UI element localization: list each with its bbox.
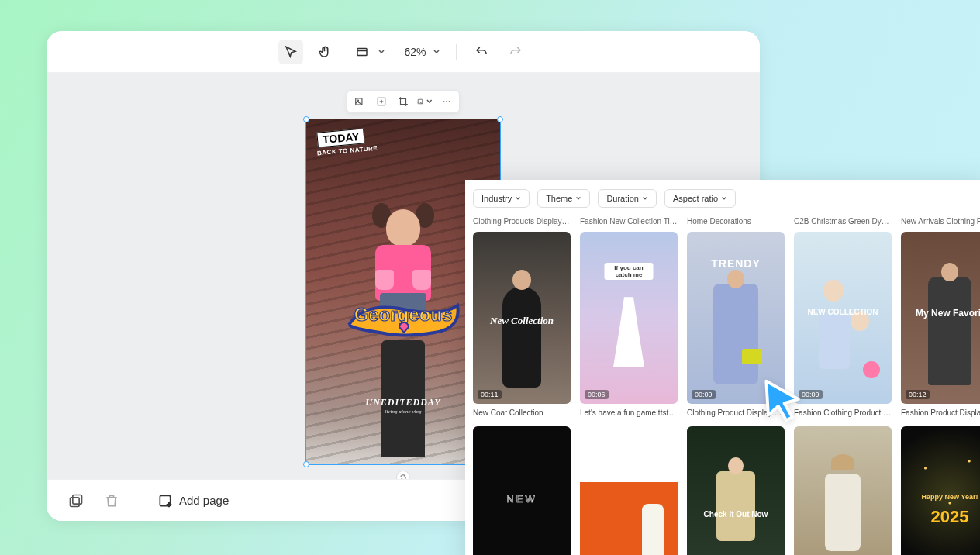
svg-text:Georgeous: Georgeous <box>354 304 453 325</box>
template-overlay-text: If you can catch me <box>605 263 654 280</box>
template-overlay-text: 2025 <box>901 507 980 527</box>
template-thumbnail[interactable]: NEW <box>473 426 571 555</box>
template-grid-row1: Clothing Products Display Beati...New Co… <box>465 217 980 426</box>
template-item[interactable]: New Arrivals Clothing Produ...My New Fav… <box>901 217 980 426</box>
template-item[interactable]: NEW <box>473 426 571 555</box>
template-overlay-text: CHECK IT OUT NOW <box>580 454 678 462</box>
caption-text: UNEDITEDDAY living alone vlog <box>365 397 440 415</box>
crop-icon[interactable] <box>395 94 411 109</box>
pages-icon[interactable] <box>65 490 87 512</box>
divider <box>140 493 140 508</box>
template-duration: 00:09 <box>692 390 716 399</box>
svg-point-9 <box>446 101 447 102</box>
chevron-down-icon[interactable] <box>378 48 385 56</box>
template-thumbnail[interactable]: My New Favorit00:12 <box>901 232 980 404</box>
gorgeous-sticker: Georgeous <box>341 290 465 347</box>
template-thumbnail[interactable] <box>794 426 892 555</box>
template-thumbnail[interactable]: TRENDY00:09 <box>687 232 785 404</box>
svg-rect-12 <box>73 495 82 504</box>
template-category: C2B Christmas Green Dynamic ... <box>794 217 892 227</box>
template-name: Clothing Product Display Be... <box>687 408 785 419</box>
filter-aspect-ratio[interactable]: Aspect ratio <box>664 189 736 208</box>
template-panel: Industry Theme Duration Aspect ratio Clo… <box>465 180 980 555</box>
divider <box>456 44 457 60</box>
template-thumbnail[interactable]: New Collection00:11 <box>473 232 571 404</box>
template-item[interactable]: Happy New Year!2025 <box>901 426 980 555</box>
template-thumbnail[interactable]: Happy New Year!2025 <box>901 426 980 555</box>
filter-industry[interactable]: Industry <box>473 189 530 208</box>
add-element-icon[interactable] <box>374 94 389 109</box>
template-duration: 00:06 <box>585 390 609 399</box>
template-overlay-text: New Collection <box>473 315 571 327</box>
template-category: Clothing Products Display Beati... <box>473 217 571 227</box>
template-category: Fashion New Collection TikTok ... <box>580 217 678 227</box>
svg-rect-13 <box>71 497 80 506</box>
template-name: Let's have a fun game,ttstyle ✨ <box>580 408 678 419</box>
svg-point-8 <box>443 101 445 102</box>
template-overlay-text: My New Favorit <box>901 308 980 319</box>
template-duration: 00:11 <box>478 390 502 399</box>
hand-tool[interactable] <box>312 40 337 64</box>
more-options-icon[interactable] <box>439 94 454 109</box>
chevron-down-icon <box>433 48 440 56</box>
template-item[interactable]: Clothing Products Display Beati...New Co… <box>473 217 571 426</box>
template-thumbnail[interactable]: NEW COLLECTION00:09 <box>794 232 892 404</box>
template-overlay-text: NEW COLLECTION <box>794 308 892 316</box>
zoom-value: 62% <box>401 46 429 58</box>
redo-button[interactable] <box>503 40 528 64</box>
undo-button[interactable] <box>469 40 494 64</box>
template-overlay-sub: Happy New Year! <box>901 493 980 501</box>
filter-row: Industry Theme Duration Aspect ratio <box>465 189 980 217</box>
template-item[interactable]: C2B Christmas Green Dynamic ...NEW COLLE… <box>794 217 892 426</box>
template-item[interactable] <box>794 426 892 555</box>
image-options-icon[interactable] <box>417 94 433 109</box>
template-name: New Coat Collection <box>473 408 571 419</box>
add-page-label: Add page <box>179 494 229 507</box>
top-toolbar: 62% <box>47 31 760 73</box>
template-duration: 00:09 <box>799 390 823 399</box>
template-category: Home Decorations <box>687 217 785 227</box>
svg-rect-0 <box>357 48 367 55</box>
replace-image-icon[interactable] <box>352 94 368 109</box>
template-item[interactable]: CHECK IT OUT NOW <box>580 426 678 555</box>
template-grid-row2: NEWCHECK IT OUT NOWCheck It Out NowHappy… <box>465 426 980 555</box>
template-item[interactable]: Check It Out Now <box>687 426 785 555</box>
context-toolbar <box>347 90 460 113</box>
template-overlay-text: Check It Out Now <box>687 510 785 519</box>
template-thumbnail[interactable]: CHECK IT OUT NOW <box>580 426 678 555</box>
today-badge: TODAY BACK TO NATURE <box>317 130 378 154</box>
template-thumbnail[interactable]: If you can catch me00:06 <box>580 232 678 404</box>
delete-icon[interactable] <box>101 490 122 512</box>
svg-point-10 <box>449 101 450 102</box>
template-category: New Arrivals Clothing Produ... <box>901 217 980 227</box>
filter-duration[interactable]: Duration <box>598 189 657 208</box>
template-name: Fashion Product Display Lig... <box>901 408 980 419</box>
frame-tool[interactable] <box>350 40 374 64</box>
template-item[interactable]: Home DecorationsTRENDY00:09Clothing Prod… <box>687 217 785 426</box>
template-thumbnail[interactable]: Check It Out Now <box>687 426 785 555</box>
template-overlay-text: NEW <box>473 493 571 505</box>
template-name: Fashion Clothing Product Display <box>794 408 892 419</box>
zoom-control[interactable]: 62% <box>398 46 443 58</box>
template-overlay-text: TRENDY <box>687 257 785 270</box>
template-item[interactable]: Fashion New Collection TikTok ...If you … <box>580 217 678 426</box>
filter-theme[interactable]: Theme <box>537 189 590 208</box>
template-duration: 00:12 <box>906 390 930 399</box>
select-tool[interactable] <box>278 40 303 64</box>
add-page-button[interactable]: Add page <box>157 493 229 508</box>
